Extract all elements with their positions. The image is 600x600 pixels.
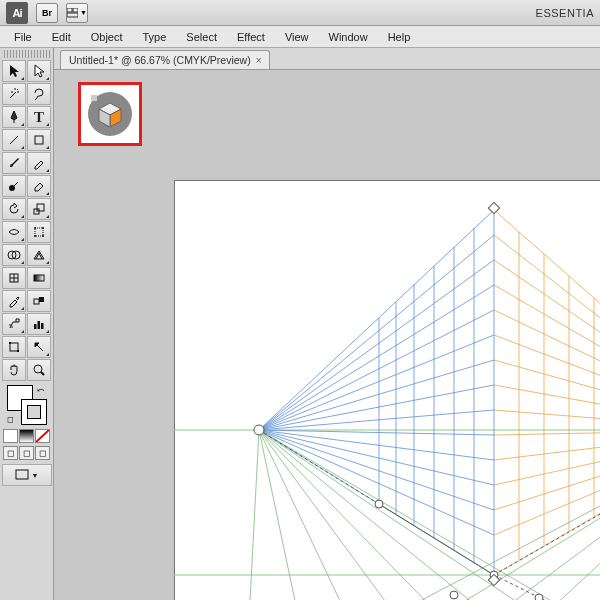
svg-line-30: [41, 372, 44, 375]
color-mode-row: [3, 429, 50, 443]
menu-type[interactable]: Type: [133, 28, 177, 46]
svg-rect-2: [67, 13, 78, 17]
widget-highlight-box: [78, 82, 142, 146]
document-tab-strip: Untitled-1* @ 66.67% (CMYK/Preview) ×: [54, 48, 600, 70]
shape-builder-tool[interactable]: [2, 244, 26, 266]
perspective-grid-tool[interactable]: [27, 244, 51, 266]
title-bar: Ai Br ▼ ESSENTIA: [0, 0, 600, 26]
plane-switching-widget[interactable]: [88, 92, 132, 136]
svg-point-5: [9, 185, 15, 191]
screen-mode-button[interactable]: ▼: [2, 464, 52, 486]
menu-effect[interactable]: Effect: [227, 28, 275, 46]
stroke-swatch[interactable]: [21, 399, 47, 425]
gradient-tool[interactable]: [27, 267, 51, 289]
width-tool[interactable]: [2, 221, 26, 243]
svg-point-9: [34, 227, 36, 229]
svg-point-21: [9, 324, 11, 326]
menu-select[interactable]: Select: [176, 28, 227, 46]
pencil-tool[interactable]: [27, 152, 51, 174]
svg-point-29: [34, 365, 42, 373]
svg-rect-18: [34, 275, 44, 281]
svg-rect-25: [41, 323, 44, 329]
eraser-tool[interactable]: [27, 175, 51, 197]
workspace-label[interactable]: ESSENTIA: [536, 7, 594, 19]
pen-tool[interactable]: [2, 106, 26, 128]
draw-inside[interactable]: ◻: [35, 446, 50, 460]
gradient-chip[interactable]: [19, 429, 34, 443]
svg-rect-6: [34, 209, 39, 214]
draw-mode-row: ◻ ◻ ◻: [3, 446, 50, 460]
svg-rect-24: [38, 321, 41, 329]
svg-rect-15: [10, 274, 18, 282]
hand-tool[interactable]: [2, 359, 26, 381]
svg-line-31: [36, 430, 49, 442]
free-transform-tool[interactable]: [27, 221, 51, 243]
mesh-tool[interactable]: [2, 267, 26, 289]
menu-file[interactable]: File: [4, 28, 42, 46]
svg-rect-4: [35, 136, 43, 144]
draw-behind[interactable]: ◻: [19, 446, 34, 460]
tools-panel: T ⤺ ◻: [0, 48, 54, 600]
svg-point-10: [42, 227, 44, 229]
menu-edit[interactable]: Edit: [42, 28, 81, 46]
lasso-tool[interactable]: [27, 83, 51, 105]
symbol-sprayer-tool[interactable]: [2, 313, 26, 335]
rotate-tool[interactable]: [2, 198, 26, 220]
color-chip[interactable]: [3, 429, 18, 443]
svg-rect-20: [39, 297, 44, 302]
type-tool[interactable]: T: [27, 106, 51, 128]
tab-close-icon[interactable]: ×: [256, 55, 262, 66]
bridge-button[interactable]: Br: [36, 3, 58, 23]
menu-object[interactable]: Object: [81, 28, 133, 46]
slice-tool[interactable]: [27, 336, 51, 358]
svg-point-14: [12, 251, 20, 259]
document-tab-label: Untitled-1* @ 66.67% (CMYK/Preview): [69, 54, 251, 66]
svg-point-22: [11, 326, 13, 328]
magic-wand-tool[interactable]: [2, 83, 26, 105]
svg-rect-26: [10, 343, 18, 351]
svg-rect-0: [67, 8, 72, 12]
blend-tool[interactable]: [27, 290, 51, 312]
document-area: Untitled-1* @ 66.67% (CMYK/Preview) ×: [54, 48, 600, 600]
direct-selection-tool[interactable]: [27, 60, 51, 82]
svg-point-11: [34, 235, 36, 237]
svg-point-12: [42, 235, 44, 237]
line-tool[interactable]: [2, 129, 26, 151]
svg-rect-19: [34, 299, 39, 304]
artboard: [174, 180, 600, 600]
scale-tool[interactable]: [27, 198, 51, 220]
paintbrush-tool[interactable]: [2, 152, 26, 174]
none-chip[interactable]: [35, 429, 50, 443]
svg-point-13: [8, 251, 16, 259]
menu-help[interactable]: Help: [378, 28, 421, 46]
rectangle-tool[interactable]: [27, 129, 51, 151]
fill-stroke-control[interactable]: ⤺ ◻: [5, 385, 49, 425]
document-tab[interactable]: Untitled-1* @ 66.67% (CMYK/Preview) ×: [60, 50, 270, 69]
svg-rect-28: [17, 350, 19, 352]
column-graph-tool[interactable]: [27, 313, 51, 335]
artboard-tool[interactable]: [2, 336, 26, 358]
draw-normal[interactable]: ◻: [3, 446, 18, 460]
blob-brush-tool[interactable]: [2, 175, 26, 197]
swap-fill-stroke-icon[interactable]: ⤺: [37, 385, 45, 395]
app-logo: Ai: [6, 2, 28, 24]
svg-line-3: [10, 136, 18, 144]
menu-bar: File Edit Object Type Select Effect View…: [0, 26, 600, 48]
menu-view[interactable]: View: [275, 28, 319, 46]
arrange-documents-button[interactable]: ▼: [66, 3, 88, 23]
eyedropper-tool[interactable]: [2, 290, 26, 312]
menu-window[interactable]: Window: [319, 28, 378, 46]
svg-rect-32: [16, 470, 28, 479]
svg-rect-8: [35, 228, 43, 236]
svg-rect-7: [37, 204, 44, 211]
svg-rect-1: [73, 8, 78, 12]
panel-grip[interactable]: [4, 50, 50, 58]
svg-rect-23: [34, 324, 37, 329]
zoom-tool[interactable]: [27, 359, 51, 381]
default-fill-stroke-icon[interactable]: ◻: [7, 415, 14, 424]
canvas[interactable]: [54, 70, 600, 600]
selection-tool[interactable]: [2, 60, 26, 82]
svg-rect-27: [9, 342, 11, 344]
